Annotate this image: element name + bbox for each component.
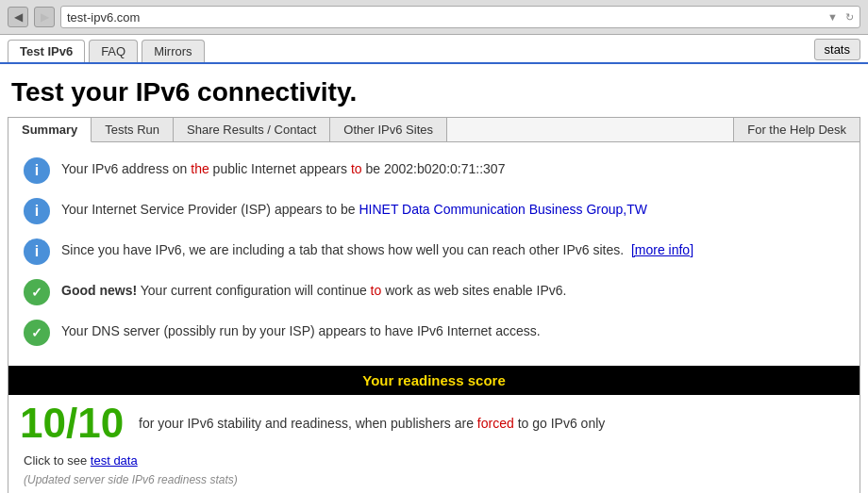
url-text: test-ipv6.com: [67, 10, 827, 25]
info-text-1: Your IPv6 address on the public Internet…: [61, 156, 505, 179]
content-area: Summary Tests Run Share Results / Contac…: [8, 117, 860, 493]
refresh-icon[interactable]: ↻: [845, 11, 854, 24]
nav-bar: Test IPv6 FAQ Mirrors stats: [0, 35, 868, 64]
info-icon-5: ✓: [24, 320, 50, 346]
stats-button[interactable]: stats: [814, 39, 860, 60]
info-item-isp: i Your Internet Service Provider (ISP) a…: [20, 190, 848, 231]
info-item-ipv6-tab: i Since you have IPv6, we are including …: [20, 231, 848, 271]
forward-button[interactable]: ▶: [34, 7, 55, 27]
tab-summary[interactable]: Summary: [8, 118, 92, 142]
nav-tabs: Test IPv6 FAQ Mirrors: [8, 40, 205, 62]
content-tabs: Summary Tests Run Share Results / Contac…: [8, 118, 860, 142]
nav-tab-mirrors[interactable]: Mirrors: [142, 40, 204, 62]
info-item-ipv6-address: i Your IPv6 address on the public Intern…: [20, 150, 848, 190]
more-info-link[interactable]: [more info]: [631, 242, 693, 257]
back-button[interactable]: ◀: [8, 7, 28, 27]
dropdown-icon[interactable]: ▼: [827, 11, 838, 23]
address-bar[interactable]: test-ipv6.com ▼ ↻: [60, 6, 860, 28]
tab-tests-run[interactable]: Tests Run: [92, 118, 174, 141]
tab-other-ipv6[interactable]: Other IPv6 Sites: [330, 118, 447, 141]
readiness-score-bar: Your readiness score: [8, 366, 860, 395]
info-text-3: Since you have IPv6, we are including a …: [61, 238, 693, 260]
info-item-dns: ✓ Your DNS server (possibly run by your …: [20, 312, 848, 353]
score-number: 10/10: [20, 403, 124, 444]
tab-help-desk[interactable]: For the Help Desk: [733, 118, 860, 141]
score-updated: (Updated server side IPv6 readiness stat…: [8, 469, 860, 493]
tab-share-results[interactable]: Share Results / Contact: [174, 118, 330, 141]
info-icon-4: ✓: [24, 279, 50, 305]
score-description: for your IPv6 stability and readiness, w…: [139, 416, 605, 431]
page-title: Test your IPv6 connectivity.: [0, 64, 868, 117]
info-item-good-news: ✓ Good news! Your current configuration …: [20, 271, 848, 312]
info-list: i Your IPv6 address on the public Intern…: [8, 142, 860, 360]
info-icon-1: i: [24, 157, 50, 184]
test-data-link[interactable]: test data: [91, 453, 138, 468]
info-text-5: Your DNS server (possibly run by your IS…: [61, 319, 541, 341]
info-text-2: Your Internet Service Provider (ISP) app…: [61, 197, 647, 220]
info-icon-2: i: [24, 198, 50, 224]
nav-tab-test-ipv6[interactable]: Test IPv6: [8, 40, 85, 62]
score-sub: Click to see test data: [8, 452, 860, 469]
nav-tab-faq[interactable]: FAQ: [89, 40, 138, 62]
page-content: Test IPv6 FAQ Mirrors stats Test your IP…: [0, 35, 868, 493]
browser-chrome: ◀ ▶ test-ipv6.com ▼ ↻: [0, 0, 868, 35]
info-icon-3: i: [24, 238, 50, 265]
info-text-4: Good news! Your current configuration wi…: [61, 278, 566, 301]
score-section: 10/10 for your IPv6 stability and readin…: [8, 395, 860, 452]
